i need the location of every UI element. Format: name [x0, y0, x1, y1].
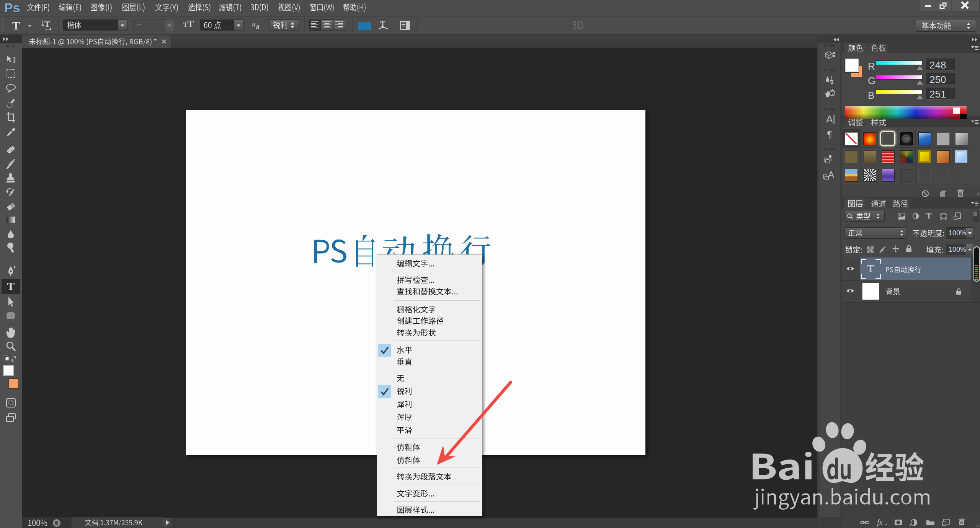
svg-text:T: T — [44, 19, 50, 29]
svg-text:T: T — [380, 20, 385, 28]
